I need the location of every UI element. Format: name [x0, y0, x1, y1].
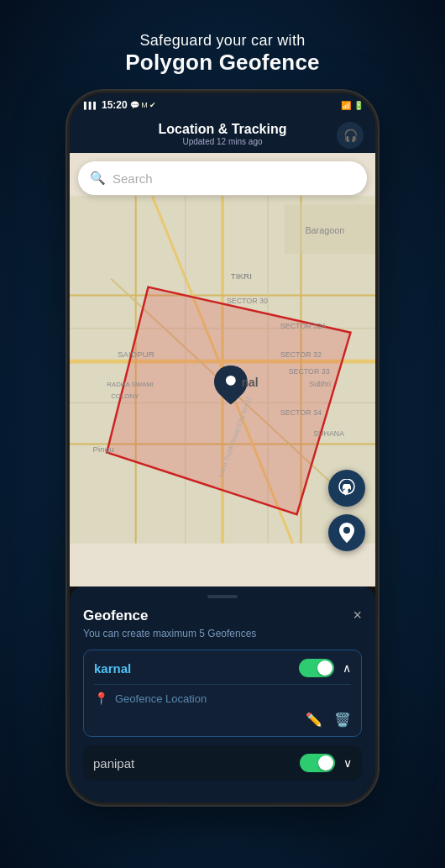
- notification-icons: 💬 M ✔: [130, 101, 157, 109]
- svg-text:SECTOR 32A: SECTOR 32A: [280, 322, 327, 330]
- search-bar[interactable]: 🔍 Search: [78, 161, 367, 195]
- status-bar: ▐▐▐ 15:20 💬 M ✔ 📶 🔋: [70, 93, 375, 117]
- svg-text:SECTOR 34: SECTOR 34: [280, 408, 322, 417]
- svg-text:SECTOR 32: SECTOR 32: [280, 350, 322, 359]
- battery-icon: 🔋: [353, 101, 364, 110]
- hero-title: Polygon Geofence: [125, 50, 319, 76]
- geo-location-row: 📍 Geofence Location: [94, 684, 351, 705]
- bottom-panel: Geofence × You can create maximum 5 Geof…: [70, 587, 375, 802]
- geofence-row-panipat: panipat ∨: [93, 754, 352, 772]
- phone-frame: ▐▐▐ 15:20 💬 M ✔ 📶 🔋 Location & Tracking …: [67, 91, 378, 805]
- svg-point-37: [343, 527, 350, 534]
- toggle-knob-panipat: [318, 755, 333, 771]
- status-time: 15:20: [102, 99, 128, 111]
- geofence-controls-panipat: ∨: [300, 754, 352, 772]
- geo-action-buttons: ✏️ 🗑️: [94, 712, 351, 728]
- header-title-group: Location & Tracking Updated 12 mins ago: [159, 122, 287, 146]
- hero-subtitle: Safeguard your car with: [125, 32, 319, 50]
- toggle-panipat[interactable]: [300, 754, 335, 772]
- status-left: ▐▐▐ 15:20 💬 M ✔: [81, 99, 156, 111]
- svg-text:SAIDPUR: SAIDPUR: [118, 350, 154, 359]
- geofence-item-panipat: panipat ∨: [83, 745, 362, 781]
- car-location-fab[interactable]: [328, 470, 365, 507]
- pin-fab[interactable]: [328, 514, 365, 551]
- pin-icon: [338, 522, 356, 544]
- car-icon: [336, 479, 358, 497]
- search-icon: 🔍: [90, 171, 106, 186]
- delete-geofence-button[interactable]: 🗑️: [334, 712, 351, 728]
- svg-text:SECTOR 30: SECTOR 30: [227, 297, 268, 305]
- map-area[interactable]: Baragoon TIKRI SECTOR 30 SECTOR 32A SECT…: [70, 153, 375, 587]
- geofence-controls-karnal: ∧: [299, 659, 351, 677]
- signal-icon: ▐▐▐: [81, 102, 96, 109]
- svg-text:Pingu: Pingu: [93, 445, 114, 454]
- svg-text:Baragoon: Baragoon: [305, 225, 344, 235]
- svg-point-32: [226, 376, 236, 386]
- status-right-icons: 📶 🔋: [341, 101, 364, 110]
- map-svg: Baragoon TIKRI SECTOR 30 SECTOR 32A SECT…: [70, 153, 375, 587]
- panel-description: You can create maximum 5 Geofences: [83, 628, 362, 639]
- wifi-icon: 📶: [341, 101, 351, 110]
- svg-text:SECTOR 33: SECTOR 33: [289, 367, 330, 376]
- svg-text:SUHANA: SUHANA: [313, 429, 344, 438]
- geofence-location-label: Geofence Location: [115, 692, 207, 705]
- location-pin-icon: 📍: [94, 692, 108, 705]
- header-subtitle: Updated 12 mins ago: [159, 137, 287, 146]
- chevron-up-icon[interactable]: ∧: [343, 661, 351, 675]
- chevron-down-icon[interactable]: ∨: [343, 756, 352, 770]
- svg-text:RADHA SWAMI: RADHA SWAMI: [107, 381, 154, 388]
- geofence-item-karnal: karnal ∧ 📍 Geofence Location ✏️ 🗑️: [83, 650, 362, 737]
- headphone-button[interactable]: 🎧: [337, 122, 364, 149]
- toggle-karnal[interactable]: [299, 659, 334, 677]
- geofence-name-panipat: panipat: [93, 756, 134, 771]
- geofence-row-karnal: karnal ∧: [94, 659, 351, 677]
- geofence-name-karnal: karnal: [94, 661, 131, 676]
- header-title: Location & Tracking: [159, 122, 287, 137]
- toggle-knob-karnal: [317, 660, 332, 676]
- edit-geofence-button[interactable]: ✏️: [306, 712, 322, 728]
- svg-text:TIKRI: TIKRI: [231, 271, 252, 281]
- app-header: Location & Tracking Updated 12 mins ago …: [70, 117, 375, 153]
- search-input-placeholder: Search: [113, 171, 153, 186]
- headphone-icon: 🎧: [343, 129, 358, 142]
- hero-text: Safeguard your car with Polygon Geofence: [125, 32, 319, 76]
- panel-header: Geofence ×: [83, 607, 362, 624]
- panel-close-button[interactable]: ×: [353, 607, 362, 624]
- panel-handle: [207, 595, 238, 598]
- svg-text:COLONY: COLONY: [111, 392, 139, 400]
- panel-title: Geofence: [83, 608, 148, 624]
- svg-point-36: [348, 489, 351, 492]
- svg-text:nal: nal: [242, 376, 259, 389]
- svg-text:Subhri: Subhri: [309, 380, 331, 388]
